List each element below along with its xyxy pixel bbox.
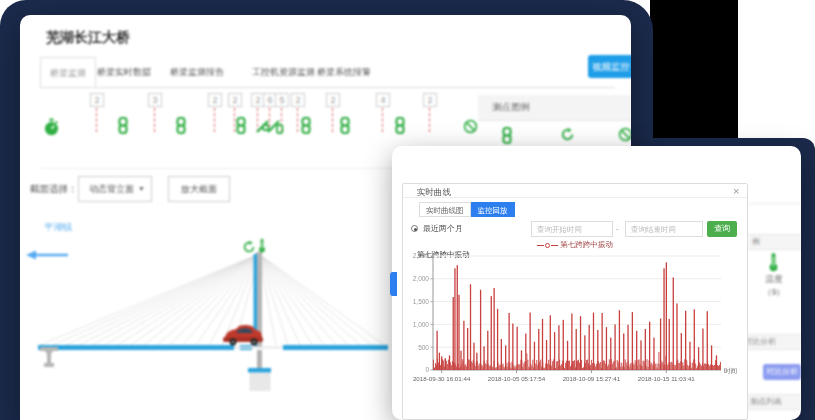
sensor-dash-line (297, 108, 298, 132)
dialog-tabbar: 实时曲线图监控回放 (419, 202, 515, 217)
tab-1[interactable]: 桥梁实时数据 (97, 57, 151, 87)
vibration-chart: 05001,0001,5002,0002,5002018-09-30 16:01… (405, 248, 741, 400)
svg-text:2018-09-30 16:01:44: 2018-09-30 16:01:44 (413, 375, 471, 382)
sensor-dash-line (234, 108, 235, 132)
zoom-section-button[interactable]: 放大截面 (168, 176, 230, 202)
svg-text:2,000: 2,000 (413, 275, 430, 282)
sensor-dash-line (332, 108, 333, 132)
temperature-label: 温度 (750, 274, 798, 286)
sensor-count-badge: 2 (208, 93, 222, 107)
section-select-label: 截面选择： (30, 183, 78, 196)
tab-0[interactable]: 桥梁监测 (40, 57, 96, 87)
temperature-count: （9） (750, 287, 798, 299)
page-title: 芜湖长江大桥 (46, 29, 130, 47)
link-sensor-icon[interactable] (234, 117, 248, 138)
legend-marker-icon (545, 243, 550, 248)
sensor-dash-line (96, 108, 97, 132)
thermometer-icon[interactable] (768, 252, 779, 276)
sensor-count-badge: 2 (90, 93, 104, 107)
tab-4[interactable]: 桥梁系统报警 (317, 57, 371, 87)
legend-panel-title: 测点图例 (492, 101, 530, 114)
chevron-down-icon: ▼ (138, 177, 145, 201)
compare-analysis-button[interactable]: 对比分析 (763, 364, 801, 380)
link-sensor-icon[interactable] (299, 117, 313, 138)
link-sensor-icon[interactable] (174, 117, 188, 138)
sensor-count-badge: 2 (291, 93, 305, 107)
sensor-dash-line (382, 108, 383, 132)
svg-text:2018-10-09 15:27:41: 2018-10-09 15:27:41 (563, 375, 621, 382)
link-legend-icon (500, 127, 514, 148)
query-end-time-input[interactable]: 查询结束时间 (625, 221, 703, 237)
composite-screenshot: 芜湖长江大桥 桥梁监测桥梁实时数据桥梁监测报告工控机资源监测桥梁系统报警 视频监… (0, 0, 815, 420)
strip-separator (748, 203, 801, 204)
pier-piles (251, 373, 269, 391)
query-start-time-input[interactable]: 查询开始时间 (531, 221, 613, 237)
tower-pier (257, 350, 262, 368)
ban-sensor-icon[interactable] (463, 119, 478, 138)
dialog-tab-0[interactable]: 实时曲线图 (419, 202, 471, 217)
link-sensor-icon[interactable] (393, 117, 407, 138)
svg-text:1,000: 1,000 (413, 321, 430, 328)
side-panel-handle[interactable] (390, 272, 397, 296)
svg-text:500: 500 (418, 344, 429, 351)
link-sensor-icon[interactable] (338, 117, 352, 138)
tab-2[interactable]: 桥梁监测报告 (170, 57, 224, 87)
radio-label: 最近两个月 (423, 223, 463, 234)
svg-text:2018-10-15 11:03:41: 2018-10-15 11:03:41 (638, 375, 696, 382)
close-icon[interactable]: × (733, 185, 739, 197)
point-list-header: 测点列表 (740, 394, 801, 410)
west-arrow-icon (26, 251, 68, 260)
query-button[interactable]: 查询 (707, 221, 737, 237)
bridge-left-town-label: 平湖镇 (44, 221, 73, 234)
backdrop-black-area (650, 0, 738, 141)
section-select-dropdown[interactable]: 动态背立面 ▼ (78, 176, 152, 202)
stopwatch-sensor-icon[interactable] (43, 118, 60, 140)
section-select-value: 动态背立面 (89, 184, 134, 194)
svg-text:2018-10-05 05:17:54: 2018-10-05 05:17:54 (488, 375, 546, 382)
sensor-dash-line (214, 108, 215, 132)
svg-text:2,500: 2,500 (413, 252, 430, 259)
modal-screenshot-window: 例 温度 （9） 对比分析 对比分析 测点列表 实时曲线 × 实时曲线图监控回放… (392, 146, 801, 420)
dialog-header-divider (403, 197, 747, 198)
realtime-curve-dialog: 实时曲线 × 实时曲线图监控回放 最近两个月 查询开始时间 - 查询结束时间 查… (402, 183, 748, 420)
svg-text:0: 0 (425, 366, 429, 373)
tower-top-rotate-icon (245, 241, 254, 252)
compare-section-header: 对比分析 (740, 334, 801, 350)
bridge-schematic (20, 238, 390, 420)
svg-text:时间: 时间 (724, 367, 737, 375)
ban-legend-icon (618, 127, 631, 146)
tabbar-underline (40, 87, 615, 88)
date-range-separator: - (616, 224, 619, 233)
link-sensor-icon[interactable] (116, 117, 130, 138)
sensor-count-badge: 2 (423, 93, 437, 107)
dialog-tab-1[interactable]: 监控回放 (471, 202, 515, 217)
strip-legend-header-fragment: 例 (748, 234, 801, 250)
sensor-count-badge: 2 (326, 93, 340, 107)
video-monitor-button[interactable]: 视频监控 (588, 55, 631, 78)
recent-two-months-radio[interactable] (411, 225, 418, 232)
tab-3[interactable]: 工控机资源监测 (252, 57, 315, 87)
svg-text:1,500: 1,500 (413, 298, 430, 305)
sensor-count-badge: 3 (148, 93, 162, 107)
left-abutment (40, 347, 58, 367)
bridge-deck (38, 345, 388, 350)
rotate-legend-icon (560, 127, 575, 146)
sensor-count-badge: 5 (275, 93, 289, 107)
sensor-dash-line (154, 108, 155, 132)
sensor-count-badge: 2 (228, 93, 242, 107)
bearing-sensor-icon[interactable] (255, 118, 285, 139)
sensor-dash-line (429, 108, 430, 132)
sensor-count-badge: 4 (376, 93, 390, 107)
tower-top-thermometer-icon (259, 239, 265, 253)
stay-cables (40, 254, 384, 345)
